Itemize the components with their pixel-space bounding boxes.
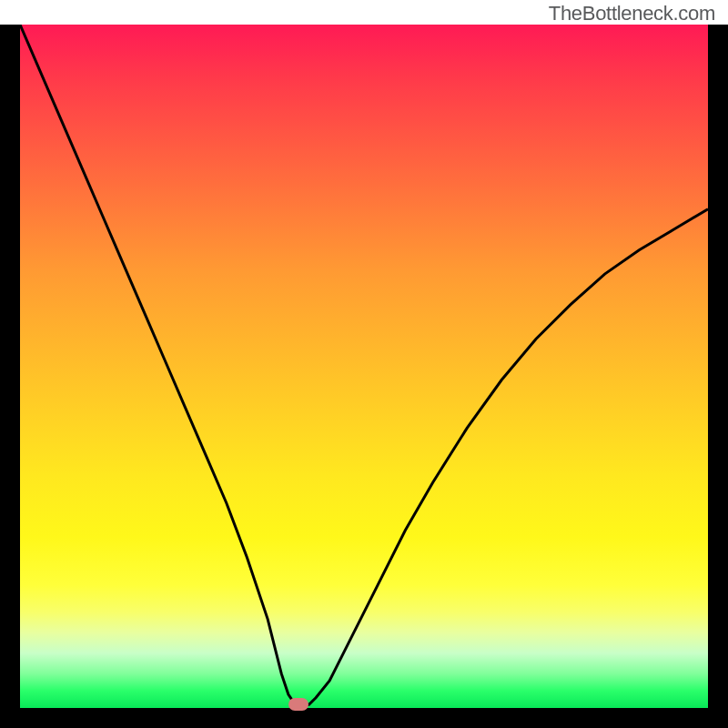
chart-plot-area <box>20 25 708 708</box>
bottleneck-curve <box>20 25 708 708</box>
bottleneck-curve-path <box>20 25 708 704</box>
chart-frame <box>0 25 728 728</box>
watermark-text: TheBottleneck.com <box>549 2 715 25</box>
optimal-point-marker <box>288 698 308 711</box>
